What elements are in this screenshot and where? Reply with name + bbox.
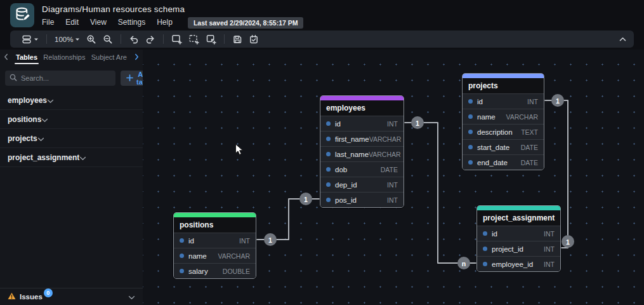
undo-button[interactable] <box>126 32 142 46</box>
field-name: dob <box>335 166 347 173</box>
field-type: INT <box>544 261 555 268</box>
field-employees-last_name[interactable]: last_nameVARCHAR <box>320 146 404 161</box>
search-icon <box>10 72 17 84</box>
field-employees-dep_id[interactable]: dep_idINT <box>320 177 404 192</box>
chevron-down-icon <box>79 152 86 163</box>
field-type: INT <box>387 181 398 189</box>
field-dot <box>468 99 473 104</box>
zoom-in-icon <box>86 34 96 44</box>
field-dot <box>326 152 331 156</box>
field-name: end_date <box>477 159 508 166</box>
menu-file[interactable]: File <box>42 17 60 29</box>
sidebar-item-employees[interactable]: employees <box>0 91 143 110</box>
add-note-icon <box>206 34 216 44</box>
tables-layer: employeesidINTfirst_nameVARCHARlast_name… <box>143 50 644 305</box>
field-positions-name[interactable]: nameVARCHAR <box>174 248 256 263</box>
chevron-down-icon <box>37 133 44 144</box>
field-dot <box>483 247 487 251</box>
chevron-right-icon <box>135 53 139 62</box>
field-projects-description[interactable]: descriptionTEXT <box>463 124 544 139</box>
menu-help[interactable]: Help <box>157 17 179 29</box>
todo-button[interactable] <box>246 32 262 46</box>
warning-icon <box>8 291 16 302</box>
field-dot <box>180 269 184 273</box>
tabs-scroll-left-button[interactable] <box>3 53 10 62</box>
field-name: name <box>477 113 496 121</box>
issues-panel-toggle[interactable]: Issues 0 <box>0 288 143 305</box>
field-name: start_date <box>477 144 509 151</box>
field-name: description <box>477 128 513 136</box>
add-note-button[interactable] <box>202 32 220 46</box>
menu-view[interactable]: View <box>90 17 113 29</box>
field-type: INT <box>387 120 398 128</box>
field-dot <box>468 130 473 134</box>
zoom-in-button[interactable] <box>83 32 100 46</box>
field-employees-id[interactable]: idINT <box>320 116 404 131</box>
zoom-out-icon <box>103 34 113 44</box>
field-employees-pos_id[interactable]: pos_idINT <box>320 192 404 207</box>
tabs-scroll-right-button[interactable] <box>133 53 140 62</box>
entity-table-employees[interactable]: employeesidINTfirst_nameVARCHARlast_name… <box>320 95 404 208</box>
entity-table-project_assignment[interactable]: project_assignmentidINTproject_idINTempl… <box>476 205 561 272</box>
document-title: Diagrams/Human resources schema <box>42 3 303 14</box>
diagram-canvas[interactable]: 111n11 employeesidINTfirst_nameVARCHARla… <box>143 50 644 305</box>
tab-tables[interactable]: Tables <box>15 51 39 64</box>
chevron-down-icon <box>128 291 135 302</box>
search-box[interactable] <box>5 71 115 86</box>
add-table-icon <box>171 34 182 44</box>
chevron-left-icon <box>4 53 8 62</box>
field-type: INT <box>239 237 250 245</box>
field-employees-first_name[interactable]: first_nameVARCHAR <box>320 131 404 146</box>
add-area-button[interactable] <box>185 32 202 46</box>
field-project_assignment-employee_id[interactable]: employee_idINT <box>477 256 560 271</box>
sidebar-tabbar: Tables Relationships Subject Are <box>0 50 143 65</box>
menu-settings[interactable]: Settings <box>118 17 152 29</box>
field-project_assignment-project_id[interactable]: project_idINT <box>477 241 560 256</box>
entity-table-projects[interactable]: projectsidINTnameVARCHARdescriptionTEXTs… <box>462 73 544 170</box>
redo-button[interactable] <box>142 32 159 46</box>
sidebar-item-positions[interactable]: positions <box>0 110 143 129</box>
app-logo[interactable] <box>10 3 34 27</box>
zoom-out-button[interactable] <box>100 32 116 46</box>
field-employees-dob[interactable]: dobDATE <box>320 161 404 177</box>
field-dot <box>483 262 487 266</box>
view-toggle-icon <box>22 34 32 44</box>
entity-table-positions[interactable]: positionsidINTnameVARCHARsalaryDOUBLE <box>173 212 256 279</box>
collapse-toolbar-button[interactable] <box>615 34 630 44</box>
field-type: VARCHAR <box>369 151 401 158</box>
field-projects-name[interactable]: nameVARCHAR <box>463 109 544 124</box>
field-type: INT <box>387 196 398 204</box>
field-type: DATE <box>521 159 538 166</box>
field-projects-id[interactable]: idINT <box>463 93 544 109</box>
field-dot <box>468 145 473 149</box>
field-projects-end_date[interactable]: end_dateDATE <box>463 154 544 170</box>
field-positions-id[interactable]: idINT <box>174 233 256 248</box>
sidebar: Tables Relationships Subject Are <box>0 50 143 305</box>
add-area-icon <box>188 34 199 44</box>
table-color-strip <box>174 213 256 217</box>
field-dot <box>326 121 331 126</box>
save-button[interactable] <box>229 32 246 46</box>
view-toggle-button[interactable] <box>18 32 42 46</box>
tab-subject-areas[interactable]: Subject Are <box>90 51 128 64</box>
field-project_assignment-id[interactable]: idINT <box>477 226 560 241</box>
field-name: name <box>188 252 207 260</box>
field-dot <box>180 238 184 243</box>
field-name: salary <box>188 268 208 275</box>
zoom-level-dropdown[interactable]: 100% <box>51 34 83 45</box>
toolbar: 100% <box>10 30 634 48</box>
table-list: employees positions projects project_ass… <box>0 91 143 288</box>
field-dot <box>326 182 331 187</box>
menu-edit[interactable]: Edit <box>65 17 85 29</box>
tab-relationships[interactable]: Relationships <box>42 51 86 64</box>
mouse-cursor <box>235 144 245 156</box>
field-type: VARCHAR <box>218 252 250 260</box>
field-projects-start_date[interactable]: start_dateDATE <box>463 139 544 154</box>
add-table-tool-button[interactable] <box>168 32 185 46</box>
search-input[interactable] <box>21 74 111 82</box>
sidebar-item-project-assignment[interactable]: project_assignment <box>0 148 143 167</box>
sidebar-item-projects[interactable]: projects <box>0 129 143 148</box>
field-type: VARCHAR <box>369 135 402 143</box>
save-icon <box>232 34 242 44</box>
field-positions-salary[interactable]: salaryDOUBLE <box>174 263 256 278</box>
